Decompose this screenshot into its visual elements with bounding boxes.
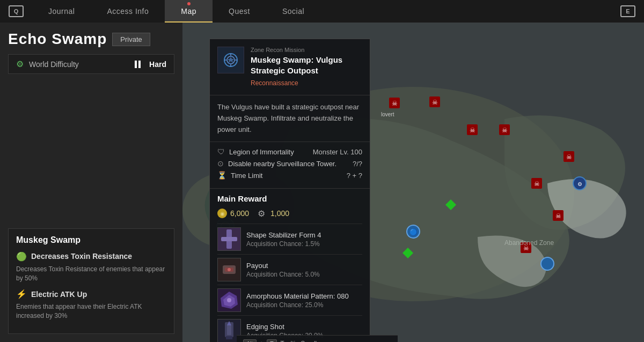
- gear-icon: ⚙: [258, 209, 267, 218]
- reward-name-1: Payout: [246, 262, 362, 270]
- svg-text:☠: ☠: [470, 127, 475, 134]
- effect-row-electric: ⚡ Electric ATK Up: [16, 289, 166, 299]
- zone-header: Echo Swamp Private: [8, 31, 174, 48]
- svg-rect-48: [226, 336, 232, 339]
- payout-icon: [221, 261, 238, 278]
- e-key-icon[interactable]: E: [612, 0, 644, 23]
- main-content: Echo Swamp Private ⚙ World Difficulty Ha…: [0, 23, 644, 342]
- svg-rect-38: [221, 237, 237, 241]
- swamp-title: Muskeg Swamp: [16, 235, 166, 245]
- mission-description: The Vulgus have built a strategic outpos…: [210, 95, 370, 142]
- time-icon: ⏳: [217, 171, 226, 180]
- objective-text: Disable nearby Surveillance Tower.: [228, 160, 336, 168]
- tooltip-key1: Alt: [243, 339, 257, 342]
- svg-text:Abandoned Zone: Abandoned Zone: [504, 239, 554, 247]
- svg-point-41: [228, 268, 231, 271]
- stabilizer-icon: [221, 229, 237, 249]
- svg-marker-36: [228, 57, 234, 63]
- tab-journal[interactable]: Journal: [32, 0, 91, 23]
- zone-title: Echo Swamp: [8, 31, 107, 48]
- reward-chance-1: Acquisition Chance: 5.0%: [246, 271, 362, 278]
- toxin-effect-name: Decreases Toxin Resistance: [31, 252, 132, 261]
- mission-header: Zone Recon Mission Muskeg Swamp: Vulgus …: [210, 39, 370, 95]
- reward-item-2: Amorphous Material Pattern: 080 Acquisit…: [217, 285, 362, 315]
- tooltip-bar: Alt + E Tooltip Scroll: [237, 335, 398, 342]
- svg-point-23: [541, 257, 554, 270]
- reward-item-0: Shape Stabilizer Form 4 Acquisition Chan…: [217, 224, 362, 254]
- svg-rect-46: [227, 324, 231, 335]
- tab-social[interactable]: Social: [266, 0, 320, 23]
- difficulty-bar-1: [135, 61, 137, 68]
- gold-amount: 6,000: [230, 209, 249, 218]
- svg-text:🔵: 🔵: [409, 228, 418, 236]
- tab-quest[interactable]: Quest: [213, 0, 266, 23]
- difficulty-value: Hard: [149, 60, 166, 69]
- svg-text:lovert: lovert: [381, 111, 394, 117]
- mission-name: Muskeg Swamp: Vulgus Strategic Outpost: [251, 55, 362, 76]
- svg-text:☠: ☠: [534, 180, 540, 188]
- left-panel-spacer: [8, 80, 174, 222]
- time-row: ⏳ Time Limit ? + ?: [217, 171, 362, 180]
- electric-effect-desc: Enemies that appear have their Electric …: [16, 302, 166, 321]
- objective-row: ⊙ Disable nearby Surveillance Tower. ?/?: [217, 159, 362, 168]
- faction-icon: 🛡: [217, 147, 225, 156]
- objective-icon: ⊙: [217, 159, 224, 168]
- rewards-title: Main Reward: [217, 194, 362, 203]
- private-button[interactable]: Private: [112, 33, 150, 46]
- tab-access-info[interactable]: Access Info: [91, 0, 165, 23]
- e-key-box: E: [620, 5, 635, 17]
- svg-text:⚙: ⚙: [577, 181, 582, 187]
- q-key-box: Q: [9, 5, 24, 17]
- electric-effect-name: Electric ATK Up: [31, 290, 87, 299]
- map-area[interactable]: ☠ ☠ ☠ ☠ ☠ ☠ ☠: [182, 23, 644, 342]
- mission-type: Zone Recon Mission: [251, 47, 362, 53]
- rewards-section: Main Reward ◉ 6,000 ⚙ 1,000: [210, 189, 370, 342]
- toxin-effect-icon: 🟢: [16, 251, 27, 262]
- amorphous-icon: [219, 291, 239, 310]
- objective-info: ⊙ Disable nearby Surveillance Tower.: [217, 159, 336, 168]
- gold-icon: ◉: [217, 209, 227, 218]
- objective-progress: ?/?: [353, 160, 362, 168]
- mission-meta: 🛡 Legion of Immortality Monster Lv. 100 …: [210, 142, 370, 189]
- q-key-icon[interactable]: Q: [0, 0, 32, 23]
- mission-icon: [222, 51, 239, 69]
- reward-chance-2: Acquisition Chance: 25.0%: [246, 301, 362, 309]
- map-notification-dot: [187, 2, 191, 5]
- time-value: ? + ?: [347, 172, 362, 180]
- svg-text:☠: ☠: [502, 127, 508, 134]
- reward-info-1: Payout Acquisition Chance: 5.0%: [246, 262, 362, 278]
- faction-row: 🛡 Legion of Immortality Monster Lv. 100: [217, 147, 362, 156]
- svg-point-44: [227, 298, 231, 302]
- reward-img-0: [217, 227, 241, 251]
- gear-amount: 1,000: [270, 209, 289, 218]
- mission-icon-box: [217, 47, 244, 73]
- difficulty-icon: ⚙: [16, 59, 24, 69]
- mission-popup: Zone Recon Mission Muskeg Swamp: Vulgus …: [209, 39, 370, 342]
- time-info: ⏳ Time Limit: [217, 171, 262, 180]
- monster-level: Monster Lv. 100: [313, 148, 362, 156]
- gold-reward: ◉ 6,000: [217, 209, 249, 218]
- reward-currency: ◉ 6,000 ⚙ 1,000: [217, 209, 362, 218]
- top-navigation: Q Journal Access Info Map Quest Social E: [0, 0, 644, 23]
- svg-text:☠: ☠: [566, 153, 572, 161]
- reward-img-2: [217, 288, 241, 312]
- difficulty-label: World Difficulty: [29, 60, 129, 69]
- toxin-effect-desc: Decreases Toxin Resistance of enemies th…: [16, 265, 166, 283]
- tab-map[interactable]: Map: [165, 0, 213, 23]
- reward-name-0: Shape Stabilizer Form 4: [246, 231, 362, 239]
- effect-row-toxin: 🟢 Decreases Toxin Resistance: [16, 251, 166, 262]
- reward-name-3: Edging Shot: [246, 323, 362, 331]
- reward-chance-0: Acquisition Chance: 1.5%: [246, 240, 362, 248]
- difficulty-row: ⚙ World Difficulty Hard: [8, 54, 174, 74]
- svg-text:☠: ☠: [432, 99, 438, 106]
- mission-tag: Reconnaissance: [251, 79, 298, 87]
- svg-text:☠: ☠: [392, 100, 398, 107]
- mission-info: Zone Recon Mission Muskeg Swamp: Vulgus …: [251, 47, 362, 87]
- faction-name: Legion of Immortality: [229, 148, 294, 156]
- tooltip-plus: +: [260, 340, 264, 342]
- reward-item-1: Payout Acquisition Chance: 5.0%: [217, 254, 362, 285]
- reward-info-2: Amorphous Material Pattern: 080 Acquisit…: [246, 292, 362, 309]
- tooltip-key2: E: [267, 339, 277, 342]
- left-panel: Echo Swamp Private ⚙ World Difficulty Ha…: [0, 23, 182, 342]
- edging-shot-icon: [221, 321, 238, 340]
